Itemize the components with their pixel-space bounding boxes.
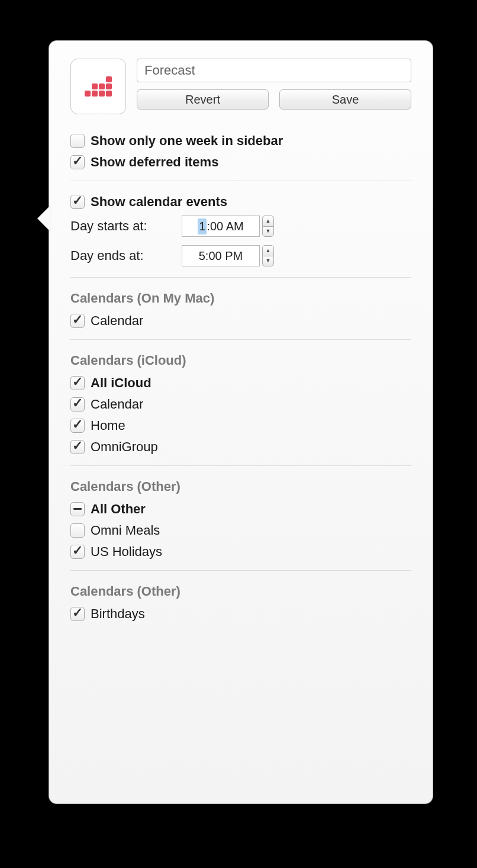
calendar-checkbox[interactable]	[70, 607, 85, 621]
day-starts-input[interactable]: 1:00 AM	[182, 216, 260, 237]
calendar-row: All Other	[70, 501, 411, 517]
calendar-row: Calendar	[70, 397, 411, 412]
day-starts-field: 1:00 AM ▲ ▼	[182, 216, 274, 237]
divider	[70, 339, 411, 340]
calendar-label: Home	[91, 418, 125, 433]
section-title: Calendars (On My Mac)	[70, 291, 411, 306]
show-calendar-events-checkbox[interactable]	[70, 195, 85, 209]
day-ends-field: 5:00 PM ▲ ▼	[182, 245, 274, 266]
day-starts-row: Day starts at: 1:00 AM ▲ ▼	[70, 216, 411, 237]
day-starts-label: Day starts at:	[70, 218, 171, 234]
day-starts-stepper: ▲ ▼	[262, 216, 274, 237]
day-starts-step-down[interactable]: ▼	[262, 226, 274, 237]
button-row: Revert Save	[137, 89, 411, 110]
day-ends-stepper: ▲ ▼	[262, 245, 274, 266]
day-ends-input[interactable]: 5:00 PM	[182, 245, 260, 266]
save-button[interactable]: Save	[279, 89, 411, 110]
calendar-label: All iCloud	[91, 375, 152, 391]
section-title: Calendars (Other)	[70, 584, 411, 599]
calendar-checkbox[interactable]	[70, 397, 85, 412]
calendar-label: US Holidays	[91, 544, 162, 560]
show-one-week-checkbox[interactable]	[70, 134, 85, 148]
perspective-icon-box	[70, 59, 126, 114]
calendar-row: Calendar	[70, 313, 411, 329]
show-one-week-label: Show only one week in sidebar	[91, 133, 283, 149]
calendar-row: Omni Meals	[70, 523, 411, 538]
show-deferred-label: Show deferred items	[91, 155, 218, 170]
calendar-checkbox[interactable]	[70, 419, 85, 433]
calendar-checkbox[interactable]	[70, 523, 85, 538]
day-starts-step-up[interactable]: ▲	[262, 216, 274, 226]
perspective-name-input[interactable]	[137, 59, 411, 82]
calendar-label: All Other	[91, 501, 146, 517]
calendar-row: All iCloud	[70, 375, 411, 391]
divider	[70, 181, 411, 181]
day-ends-step-up[interactable]: ▲	[262, 245, 274, 256]
calendar-row: US Holidays	[70, 544, 411, 560]
calendar-label: Omni Meals	[91, 523, 160, 538]
calendar-checkbox[interactable]	[70, 545, 85, 559]
day-ends-label: Day ends at:	[70, 248, 171, 263]
calendar-label: Calendar	[91, 313, 143, 329]
calendar-checkbox[interactable]	[70, 314, 85, 328]
header-controls: Revert Save	[137, 59, 411, 114]
day-ends-step-down[interactable]: ▼	[262, 256, 274, 267]
calendar-label: Calendar	[91, 397, 143, 412]
calendar-checkbox[interactable]	[70, 440, 85, 454]
show-calendar-events-label: Show calendar events	[91, 194, 227, 210]
calendar-label: Birthdays	[91, 606, 145, 622]
calendar-checkbox[interactable]	[70, 376, 85, 390]
show-one-week-row: Show only one week in sidebar	[70, 133, 411, 149]
forecast-icon	[85, 76, 112, 97]
divider	[70, 570, 411, 571]
show-deferred-checkbox[interactable]	[70, 155, 85, 169]
divider	[70, 277, 411, 278]
divider	[70, 465, 411, 466]
calendar-row: OmniGroup	[70, 439, 411, 455]
show-calendar-events-row: Show calendar events	[70, 194, 411, 210]
revert-button[interactable]: Revert	[137, 89, 269, 110]
day-ends-row: Day ends at: 5:00 PM ▲ ▼	[70, 245, 411, 266]
show-deferred-row: Show deferred items	[70, 155, 411, 170]
calendar-checkbox[interactable]	[70, 502, 85, 516]
calendar-row: Birthdays	[70, 606, 411, 622]
forecast-settings-popover: Revert Save Show only one week in sideba…	[49, 40, 433, 804]
calendar-label: OmniGroup	[91, 439, 158, 455]
section-title: Calendars (Other)	[70, 479, 411, 494]
header: Revert Save	[70, 59, 411, 114]
calendar-row: Home	[70, 418, 411, 433]
section-title: Calendars (iCloud)	[70, 353, 411, 368]
